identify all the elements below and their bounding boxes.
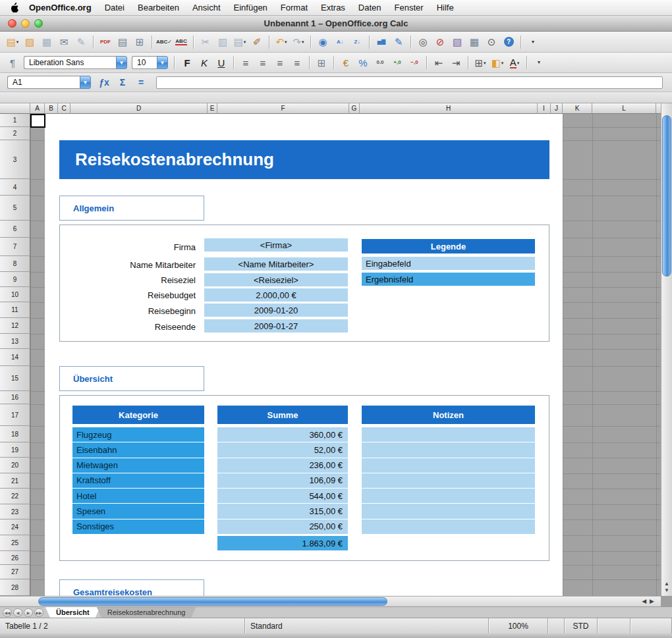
- column-header-G[interactable]: G: [349, 103, 360, 114]
- last-sheet-button[interactable]: ▶▶: [34, 608, 43, 617]
- select-all-corner[interactable]: [0, 103, 30, 114]
- delete-decimal-icon[interactable]: −,0: [406, 55, 423, 70]
- status-sheet-info[interactable]: Tabelle 1 / 2: [0, 618, 245, 633]
- notes-cell[interactable]: [362, 427, 535, 442]
- status-page-style[interactable]: Standard: [245, 618, 489, 633]
- cell-name-box[interactable]: A1 ▼: [7, 76, 91, 89]
- column-header-H[interactable]: H: [360, 103, 538, 114]
- menu-datei[interactable]: Datei: [98, 3, 131, 13]
- category-cell[interactable]: Mietwagen: [72, 458, 204, 473]
- next-sheet-button[interactable]: ▶: [24, 608, 33, 617]
- font-size-dropdown-icon[interactable]: ▼: [157, 56, 168, 69]
- row-header-11[interactable]: 11: [0, 302, 30, 318]
- row-header-16[interactable]: 16: [0, 391, 30, 404]
- menu-einfügen[interactable]: Einfügen: [227, 3, 274, 13]
- vertical-scrollbar[interactable]: ▲▼: [661, 103, 672, 596]
- row-header-8[interactable]: 8: [0, 256, 30, 272]
- row-header-18[interactable]: 18: [0, 426, 30, 442]
- cell-reference[interactable]: A1: [7, 76, 80, 89]
- menu-daten[interactable]: Daten: [352, 3, 388, 13]
- menu-ansicht[interactable]: Ansicht: [186, 3, 227, 13]
- row-header-22[interactable]: 22: [0, 489, 30, 504]
- document-as-email-icon[interactable]: ✉: [55, 34, 72, 50]
- show-draw-functions-icon[interactable]: ✎: [390, 34, 407, 50]
- field-value-cell[interactable]: 2009-01-27: [204, 319, 348, 332]
- zoom-window-button[interactable]: [34, 19, 43, 28]
- align-right-icon[interactable]: ≡: [271, 55, 289, 70]
- toolbar-options-icon[interactable]: ▾: [530, 55, 547, 70]
- menu-app-name[interactable]: OpenOffice.org: [22, 3, 98, 13]
- field-value-cell[interactable]: 2009-01-20: [204, 304, 348, 317]
- find-and-replace-icon[interactable]: ◎: [414, 34, 432, 50]
- equals-icon[interactable]: =: [132, 76, 150, 89]
- row-header-24[interactable]: 24: [0, 519, 30, 535]
- sum-cell[interactable]: 106,09 €: [217, 473, 348, 488]
- field-value-cell[interactable]: <Reiseziel>: [204, 273, 348, 286]
- save-icon[interactable]: ▦: [38, 34, 55, 50]
- horizontal-scroll-arrows-icon[interactable]: ◀▶: [642, 598, 658, 604]
- menu-extras[interactable]: Extras: [314, 3, 352, 13]
- add-decimal-icon[interactable]: +,0: [389, 55, 406, 70]
- sum-cell[interactable]: 544,00 €: [217, 489, 348, 503]
- sum-cell[interactable]: 360,00 €: [217, 427, 348, 442]
- font-color-icon[interactable]: A▾: [506, 55, 523, 70]
- tab-uebersicht[interactable]: Übersicht: [45, 607, 100, 618]
- help-icon[interactable]: ?: [500, 34, 517, 50]
- close-window-button[interactable]: [8, 19, 16, 28]
- function-wizard-icon[interactable]: ƒx: [96, 76, 113, 89]
- prev-sheet-button[interactable]: ◀: [13, 608, 22, 617]
- column-header-B[interactable]: B: [45, 103, 58, 114]
- format-paintbrush-icon[interactable]: ✐: [248, 34, 266, 50]
- page-preview-icon[interactable]: ⊞: [131, 34, 148, 50]
- notes-cell[interactable]: [362, 442, 535, 457]
- column-header-A[interactable]: A: [30, 103, 45, 114]
- row-header-5[interactable]: 5: [0, 196, 30, 221]
- minimize-window-button[interactable]: [21, 19, 30, 28]
- menu-format[interactable]: Format: [274, 3, 314, 13]
- font-size-value[interactable]: 10: [132, 56, 157, 69]
- status-zoom[interactable]: 100%: [489, 618, 548, 633]
- category-cell[interactable]: Sonstiges: [72, 519, 204, 534]
- row-header-2[interactable]: 2: [0, 127, 30, 140]
- datasources-icon[interactable]: ▦: [466, 34, 483, 50]
- column-header-L[interactable]: L: [592, 103, 656, 114]
- column-header-D[interactable]: D: [70, 103, 208, 114]
- spellcheck-icon[interactable]: ABC✓: [155, 34, 173, 50]
- font-name-combo[interactable]: Liberation Sans ▼: [24, 56, 127, 69]
- category-cell[interactable]: Eisenbahn: [72, 442, 204, 457]
- tab-reisekostenabrechnung[interactable]: Reisekostenabrechnung: [97, 607, 196, 618]
- sort-ascending-icon[interactable]: A↓: [331, 34, 349, 50]
- toolbar-options-icon[interactable]: ▾: [524, 34, 542, 50]
- print-icon[interactable]: ▤: [114, 34, 131, 50]
- formula-input-line[interactable]: [156, 76, 663, 89]
- notes-cell[interactable]: [362, 473, 535, 488]
- row-header-28[interactable]: 28: [0, 579, 30, 596]
- notes-cell[interactable]: [362, 504, 535, 518]
- field-value-cell[interactable]: <Name Mitarbeiter>: [204, 257, 348, 271]
- row-header-21[interactable]: 21: [0, 473, 30, 489]
- font-name-dropdown-icon[interactable]: ▼: [116, 56, 127, 69]
- increase-indent-icon[interactable]: ⇥: [447, 55, 464, 70]
- sum-cell[interactable]: 236,00 €: [217, 458, 348, 473]
- sum-cell[interactable]: 52,00 €: [217, 442, 348, 457]
- vertical-scroll-arrows-icon[interactable]: ▲▼: [661, 581, 672, 594]
- open-icon[interactable]: ▨: [21, 34, 38, 50]
- cells-area[interactable]: 1234567891011121314151617181920212223242…: [0, 114, 661, 596]
- sort-descending-icon[interactable]: Z↓: [349, 34, 366, 50]
- column-header-J[interactable]: J: [551, 103, 563, 114]
- column-header-E[interactable]: E: [208, 103, 217, 114]
- currency-format-icon[interactable]: €: [337, 55, 354, 70]
- row-header-23[interactable]: 23: [0, 504, 30, 519]
- sum-cell[interactable]: 315,00 €: [217, 504, 348, 518]
- background-color-icon[interactable]: ◧▾: [489, 55, 506, 70]
- spreadsheet-page[interactable]: Reisekostenabrechnung Allgemein Firma<Fi…: [45, 114, 563, 596]
- first-sheet-button[interactable]: ◀◀: [3, 608, 12, 617]
- menu-hilfe[interactable]: Hilfe: [430, 3, 461, 13]
- cut-icon[interactable]: ✂: [197, 34, 214, 50]
- gallery-icon[interactable]: ▧: [449, 34, 466, 50]
- status-extra[interactable]: [630, 618, 672, 633]
- name-box-dropdown-icon[interactable]: ▼: [80, 76, 91, 89]
- undo-icon[interactable]: ↶▾: [273, 34, 290, 50]
- italic-icon[interactable]: K: [196, 55, 213, 70]
- align-justify-icon[interactable]: ≡: [289, 55, 306, 70]
